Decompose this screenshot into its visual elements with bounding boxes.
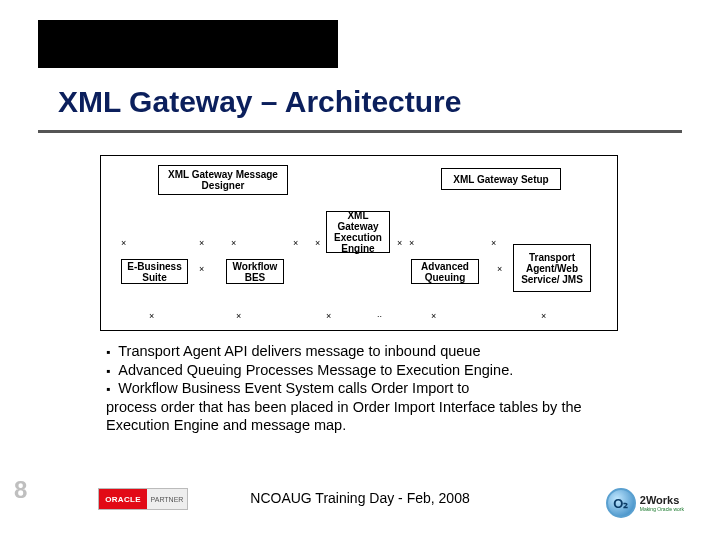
box-xml-gateway-setup: XML Gateway Setup (441, 168, 561, 190)
connector-mark: × (497, 264, 502, 274)
header-black-bar (38, 20, 338, 68)
connector-mark: × (326, 311, 331, 321)
o2-circle-icon: O₂ (606, 488, 636, 518)
box-xml-gateway-execution-engine: XML Gateway Execution Engine (326, 211, 390, 253)
bullet-3-continuation: process order that has been placed in Or… (106, 398, 611, 435)
connector-mark: × (409, 238, 414, 248)
connector-mark: × (199, 264, 204, 274)
box-advanced-queuing: Advanced Queuing (411, 259, 479, 284)
box-e-business-suite: E-Business Suite (121, 259, 188, 284)
slide: XML Gateway – Architecture XML Gateway M… (0, 0, 720, 540)
bullet-1: Transport Agent API delivers message to … (106, 342, 611, 361)
bullet-3-line1: Workflow Business Event System calls Ord… (106, 379, 611, 398)
connector-mark: × (431, 311, 436, 321)
connector-mark: × (231, 238, 236, 248)
box-xml-gateway-message-designer: XML Gateway Message Designer (158, 165, 288, 195)
o2works-tagline: Making Oracle work (640, 506, 684, 512)
connector-mark: × (397, 238, 402, 248)
box-workflow-bes: Workflow BES (226, 259, 284, 284)
bullet-block: Transport Agent API delivers message to … (106, 342, 611, 435)
o2works-name: 2Works (640, 495, 684, 506)
connector-mark: × (121, 238, 126, 248)
connector-mark: × (491, 238, 496, 248)
slide-title: XML Gateway – Architecture (58, 85, 461, 119)
bullet-2: Advanced Queuing Processes Message to Ex… (106, 361, 611, 380)
connector-mark: × (293, 238, 298, 248)
connector-mark: × (199, 238, 204, 248)
connector-mark: × (541, 311, 546, 321)
architecture-diagram: XML Gateway Message Designer XML Gateway… (100, 155, 618, 331)
connector-mark: × (315, 238, 320, 248)
connector-mark: × (236, 311, 241, 321)
title-underline (38, 130, 682, 133)
connector-mark: × (149, 311, 154, 321)
box-transport-agent: Transport Agent/Web Service/ JMS (513, 244, 591, 292)
o2works-logo: O₂ 2Works Making Oracle work (606, 488, 684, 518)
connector-mark: ·· (377, 311, 382, 321)
